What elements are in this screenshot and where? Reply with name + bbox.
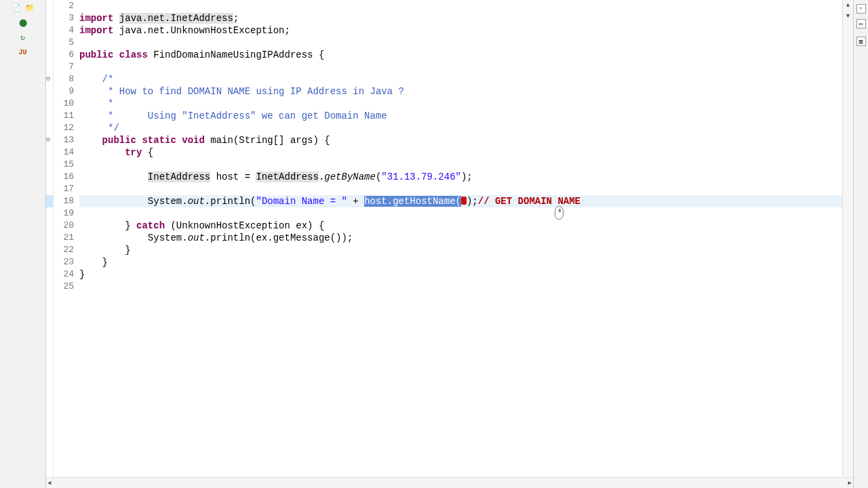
code-line[interactable]: public static void main(String[] args) { [79, 134, 842, 146]
scroll-up-icon[interactable]: ▲ [843, 0, 853, 11]
line-number: 19 [54, 207, 77, 220]
marker-cell [46, 195, 53, 207]
code-line[interactable]: try { [79, 146, 842, 159]
code-line[interactable]: System.out.println("Domain Name = " + ho… [79, 195, 842, 207]
history-icon[interactable]: 📄 [10, 1, 22, 14]
code-line[interactable]: import java.net.UnknownHostException; [79, 24, 842, 37]
code-line[interactable]: } catch (UnknownHostException ex) { [79, 220, 842, 232]
marker-cell [46, 171, 53, 183]
line-number: 15 [54, 159, 77, 171]
code-line[interactable]: } [79, 256, 842, 268]
marker-cell [46, 232, 53, 244]
code-line[interactable] [79, 37, 842, 49]
code-editor[interactable]: import java.net.InetAddress;import java.… [77, 0, 842, 477]
line-number: 23 [54, 256, 77, 268]
fold-toggle-icon[interactable] [46, 134, 53, 146]
text-caret [461, 197, 467, 205]
marker-cell [46, 61, 53, 73]
marker-cell [46, 183, 53, 195]
right-vertical-toolbar: ▫ ▭ ▥ [853, 0, 868, 488]
line-number: 6 [54, 49, 77, 61]
outline-icon[interactable]: ▥ [856, 37, 866, 46]
horizontal-scrollbar[interactable]: ◀ ▶ [46, 477, 853, 488]
marker-cell [46, 37, 53, 49]
line-number: 7 [54, 61, 77, 73]
code-line[interactable] [79, 207, 842, 220]
code-line[interactable]: */ [79, 122, 842, 134]
refresh-icon[interactable]: ↻ [17, 31, 29, 43]
marker-cell [46, 207, 53, 220]
maximize-icon[interactable]: ▭ [856, 19, 866, 28]
code-line[interactable] [79, 61, 842, 73]
marker-cell [46, 122, 53, 134]
code-line[interactable] [79, 183, 842, 195]
left-vertical-toolbar: 📄 📁 ⬤ ↻ JU [0, 0, 46, 488]
marker-cell [46, 85, 53, 98]
code-line[interactable]: * Using "InetAddress" we can get Domain … [79, 110, 842, 122]
marker-cell [46, 146, 53, 159]
marker-cell [46, 159, 53, 171]
package-hierarchy-icon[interactable]: 📁 [24, 1, 36, 14]
scroll-left-icon[interactable]: ◀ [47, 479, 51, 487]
marker-cell [46, 24, 53, 37]
line-number: 25 [54, 281, 77, 293]
line-number: 22 [54, 244, 77, 256]
marker-cell [46, 268, 53, 281]
fold-toggle-icon[interactable] [46, 73, 53, 85]
junit-icon[interactable]: JU [17, 46, 29, 58]
expand-icon[interactable]: ▫ [856, 4, 866, 14]
code-line[interactable]: * How to find DOMAIN NAME using IP Addre… [79, 85, 842, 98]
line-number: 5 [54, 37, 77, 49]
code-line[interactable]: * [79, 98, 842, 110]
code-line[interactable] [79, 281, 842, 293]
code-line[interactable]: System.out.println(ex.getMessage()); [79, 232, 842, 244]
code-line[interactable] [79, 159, 842, 171]
editor-pane: 2345678910111213141516171819202122232425… [46, 0, 853, 488]
code-line[interactable]: } [79, 244, 842, 256]
line-number: 12 [54, 122, 77, 134]
code-line[interactable]: InetAddress host = InetAddress.getByName… [79, 171, 842, 183]
code-line[interactable]: import java.net.InetAddress; [79, 12, 842, 24]
line-number: 4 [54, 24, 77, 37]
code-line[interactable] [79, 0, 842, 12]
code-line[interactable]: /* [79, 73, 842, 85]
marker-cell [46, 220, 53, 232]
code-line[interactable]: } [79, 268, 842, 281]
scroll-right-icon[interactable]: ▶ [848, 479, 852, 487]
line-number: 11 [54, 110, 77, 122]
line-number: 9 [54, 85, 77, 98]
line-number: 20 [54, 220, 77, 232]
callers-icon[interactable]: ⬤ [17, 16, 29, 28]
line-number-gutter[interactable]: 2345678910111213141516171819202122232425 [54, 0, 77, 477]
line-number: 2 [54, 0, 77, 12]
code-line[interactable]: public class FindDomainNameUsingIPAddres… [79, 49, 842, 61]
line-number: 10 [54, 98, 77, 110]
line-number: 3 [54, 12, 77, 24]
line-number: 21 [54, 232, 77, 244]
fold-marker-strip[interactable] [46, 0, 54, 477]
marker-cell [46, 281, 53, 293]
line-number: 8 [54, 73, 77, 85]
line-number: 24 [54, 268, 77, 281]
marker-cell [46, 110, 53, 122]
marker-cell [46, 98, 53, 110]
marker-cell [46, 12, 53, 24]
marker-cell [46, 0, 53, 12]
marker-cell [46, 244, 53, 256]
line-number: 18 [54, 195, 77, 207]
line-number: 14 [54, 146, 77, 159]
marker-cell [46, 256, 53, 268]
line-number: 17 [54, 183, 77, 195]
marker-cell [46, 49, 53, 61]
line-number: 16 [54, 171, 77, 183]
vertical-scrollbar[interactable]: ▲ ▼ [842, 0, 853, 477]
scroll-down-icon[interactable]: ▼ [843, 11, 853, 22]
line-number: 13 [54, 134, 77, 146]
